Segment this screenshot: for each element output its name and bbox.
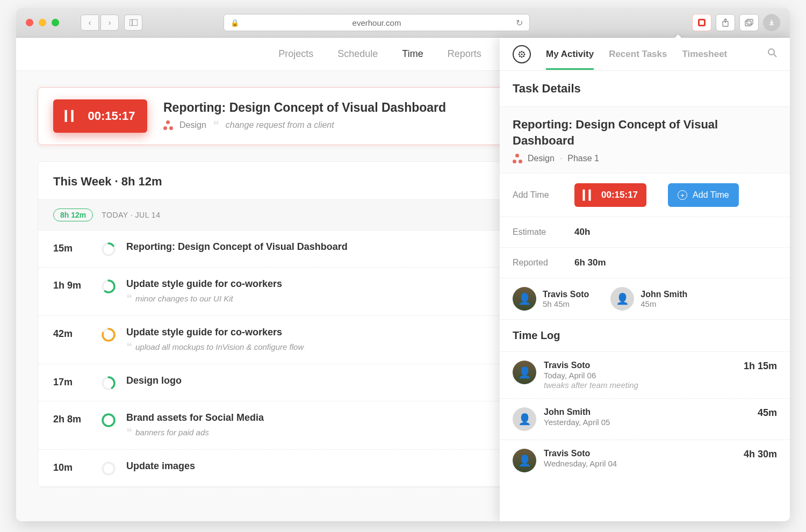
person: 👤 Travis Soto 5h 45m: [513, 287, 589, 311]
svg-point-15: [103, 463, 114, 475]
avatar: 👤: [513, 449, 536, 472]
person-time: 45m: [641, 299, 687, 308]
download-icon[interactable]: [763, 14, 780, 31]
log-name: Travis Soto: [544, 449, 736, 458]
progress-ring-icon: [102, 462, 116, 476]
avatar: 👤: [610, 287, 634, 311]
svg-rect-3: [745, 21, 751, 26]
asana-icon: [163, 120, 173, 130]
person: 👤 John Smith 45m: [610, 287, 687, 311]
asana-icon: [513, 154, 522, 163]
timer-pause-button[interactable]: ▎▎ 00:15:17: [53, 99, 147, 133]
url-text: everhour.com: [352, 18, 401, 27]
add-time-row: Add Time ▎▎ 00:15:17 + Add Time: [500, 173, 790, 217]
panel-caret-icon: [674, 34, 682, 39]
timer-elapsed: 00:15:17: [88, 109, 135, 123]
browser-chrome: ‹ › 🔒 everhour.com ↻: [16, 8, 790, 38]
add-time-button[interactable]: + Add Time: [668, 183, 739, 207]
person-time: 5h 45m: [543, 299, 589, 308]
log-entry[interactable]: 👤 Travis Soto Today, April 06 tweaks aft…: [500, 351, 790, 398]
entry-note: upload all mockups to InVision & configu…: [135, 342, 304, 351]
timer-task-title: Reporting: Design Concept of Visual Dash…: [163, 100, 446, 115]
sidebar-toggle-icon[interactable]: [124, 15, 142, 31]
pause-icon: ▎▎: [583, 190, 595, 201]
detail-project: Design: [528, 154, 555, 163]
person-name: Travis Soto: [543, 290, 589, 299]
detail-phase: Phase 1: [567, 154, 599, 163]
timer-note: change request from a client: [226, 120, 334, 130]
svg-point-14: [103, 414, 114, 426]
log-name: Travis Soto: [544, 361, 736, 370]
url-bar[interactable]: 🔒 everhour.com ↻: [224, 14, 530, 31]
quote-icon: ❝: [126, 292, 132, 305]
estimate-label: Estimate: [513, 227, 553, 237]
reload-icon[interactable]: ↻: [516, 18, 523, 28]
section-title: Task Details: [500, 71, 790, 106]
reported-row: Reported 6h 30m: [500, 247, 790, 278]
lock-icon: 🔒: [231, 19, 239, 27]
log-date: Yesterday, April 05: [544, 418, 750, 427]
nav-time[interactable]: Time: [402, 48, 423, 60]
svg-rect-4: [747, 19, 753, 24]
log-entry[interactable]: 👤 Travis Soto Wednesday, April 04 4h 30m: [500, 440, 790, 481]
log-name: John Smith: [544, 407, 750, 417]
log-duration: 45m: [758, 407, 777, 419]
quote-icon: ❝: [126, 426, 132, 438]
progress-ring-icon: [102, 242, 116, 256]
detail-task-title: Reporting: Design Concept of Visual Dash…: [513, 117, 777, 148]
entry-note: minor changes to our UI Kit: [135, 294, 233, 303]
addtime-label: Add Time: [513, 190, 553, 200]
person-name: John Smith: [641, 290, 687, 299]
maximize-window-icon[interactable]: [52, 19, 59, 26]
timer-project: Design: [179, 120, 206, 130]
svg-rect-0: [129, 19, 138, 26]
quote-icon: ❝: [213, 118, 219, 132]
estimate-value: 40h: [574, 227, 590, 238]
tab-my-activity[interactable]: My Activity: [546, 39, 594, 69]
avatar: 👤: [513, 407, 536, 431]
tabs-icon[interactable]: [739, 14, 759, 31]
forward-button[interactable]: ›: [100, 15, 119, 31]
everhour-logo-icon[interactable]: [513, 45, 531, 63]
tab-timesheet[interactable]: Timesheet: [682, 39, 727, 69]
people-row: 👤 Travis Soto 5h 45m 👤 John Smith 45m: [500, 278, 790, 319]
entry-duration: 42m: [53, 328, 91, 340]
log-note: tweaks after team meeting: [544, 380, 736, 390]
log-date: Wednesday, April 04: [544, 459, 736, 468]
plus-icon: +: [678, 190, 687, 200]
svg-point-17: [768, 49, 774, 55]
entry-note: banners for paid ads: [135, 428, 209, 437]
reported-value: 6h 30m: [574, 257, 606, 268]
close-window-icon[interactable]: [26, 19, 33, 26]
reported-label: Reported: [513, 258, 553, 268]
quote-icon: ❝: [126, 340, 132, 353]
add-time-button-label: Add Time: [693, 190, 729, 200]
share-icon[interactable]: [716, 14, 735, 31]
entry-duration: 2h 8m: [53, 414, 91, 425]
day-total-pill: 8h 12m: [53, 209, 93, 221]
log-duration: 4h 30m: [744, 449, 777, 460]
nav-reports[interactable]: Reports: [448, 48, 481, 60]
estimate-row: Estimate 40h: [500, 217, 790, 247]
traffic-lights: [26, 19, 59, 26]
entry-duration: 17m: [53, 377, 91, 388]
panel-tabs: My Activity Recent Tasks Timesheet: [500, 38, 790, 71]
entry-duration: 10m: [53, 462, 91, 473]
entry-duration: 1h 9m: [53, 280, 91, 291]
tab-recent-tasks[interactable]: Recent Tasks: [609, 39, 667, 69]
task-details-panel: My Activity Recent Tasks Timesheet Task …: [500, 38, 790, 521]
pause-icon: ▎▎: [65, 110, 78, 122]
nav-projects[interactable]: Projects: [278, 48, 313, 60]
progress-ring-icon: [102, 279, 116, 293]
record-extension-icon[interactable]: [692, 14, 711, 31]
avatar: 👤: [513, 287, 536, 311]
back-button[interactable]: ‹: [81, 15, 99, 31]
nav-schedule[interactable]: Schedule: [337, 48, 378, 60]
progress-ring-icon: [102, 328, 116, 342]
search-icon[interactable]: [767, 48, 777, 60]
log-entry[interactable]: 👤 John Smith Yesterday, April 05 45m: [500, 398, 790, 440]
progress-ring-icon: [102, 376, 116, 390]
panel-timer-button[interactable]: ▎▎ 00:15:17: [574, 183, 646, 207]
progress-ring-icon: [102, 413, 116, 427]
minimize-window-icon[interactable]: [39, 19, 46, 26]
